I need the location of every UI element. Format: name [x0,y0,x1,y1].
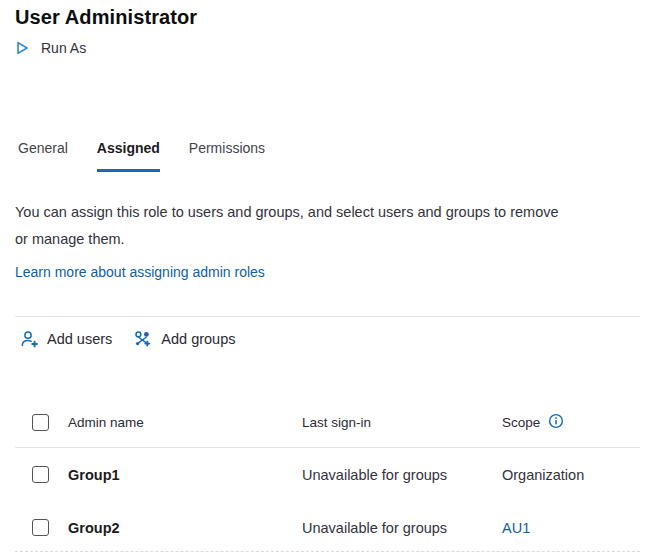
column-header-scope[interactable]: Scope [502,413,564,432]
play-icon [14,40,30,56]
tab-permissions[interactable]: Permissions [189,140,265,172]
tab-assigned[interactable]: Assigned [97,140,160,172]
table-bottom-divider [15,551,640,552]
role-description-line2: or manage them. [15,226,645,253]
user-administrator-panel: User Administrator Run As General Assign… [0,0,655,560]
select-row-checkbox[interactable] [32,519,49,536]
column-header-admin-name[interactable]: Admin name [68,415,144,430]
add-users-label: Add users [47,331,112,347]
scope-cell: Organization [502,467,584,483]
admin-name-cell[interactable]: Group1 [68,467,120,483]
tab-bar: General Assigned Permissions [18,140,265,172]
table-action-bar: Add users Add groups [20,330,235,348]
role-description: You can assign this role to users and gr… [15,199,645,253]
scope-header-label: Scope [502,415,540,430]
select-row-checkbox[interactable] [32,466,49,483]
learn-more-link[interactable]: Learn more about assigning admin roles [15,264,265,280]
group-add-icon [132,330,153,348]
scope-cell-link[interactable]: AU1 [502,520,530,536]
run-as-label: Run As [41,40,86,56]
page-title: User Administrator [15,6,197,29]
last-sign-in-cell: Unavailable for groups [302,520,447,536]
role-description-line1: You can assign this role to users and gr… [15,199,645,226]
add-groups-button[interactable]: Add groups [132,330,235,348]
run-as-button[interactable]: Run As [14,40,86,56]
table-header-divider [15,447,640,448]
section-divider-top [15,316,640,317]
info-icon[interactable] [548,413,564,432]
admin-name-cell[interactable]: Group2 [68,520,120,536]
select-all-checkbox[interactable] [32,414,49,431]
add-users-button[interactable]: Add users [20,330,112,348]
tab-general[interactable]: General [18,140,68,172]
add-groups-label: Add groups [161,331,235,347]
column-header-last-sign-in[interactable]: Last sign-in [302,415,371,430]
last-sign-in-cell: Unavailable for groups [302,467,447,483]
person-add-icon [20,330,39,348]
